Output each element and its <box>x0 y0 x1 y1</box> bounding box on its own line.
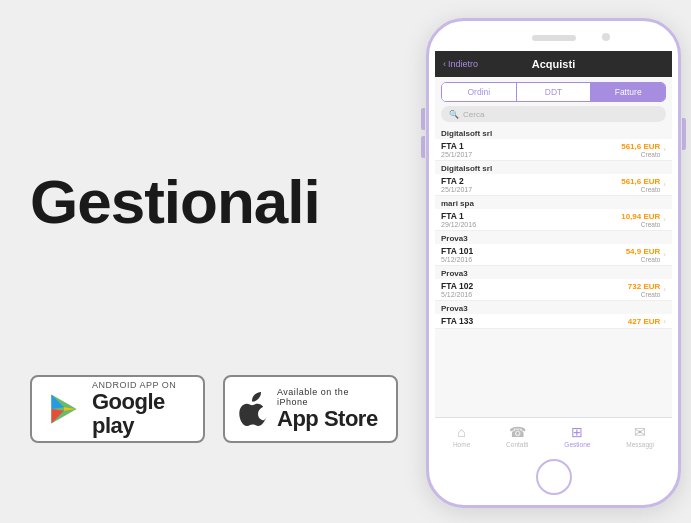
search-icon: 🔍 <box>449 110 459 119</box>
chevron-icon: › <box>663 250 666 259</box>
app-store-badge[interactable]: Available on the iPhone App Store <box>223 375 398 443</box>
chevron-icon: › <box>663 285 666 294</box>
phone-power-button <box>682 118 686 150</box>
phone-mockup: ‹ Indietro Acquisti Ordini DDT Fatture <box>426 18 681 508</box>
search-placeholder: Cerca <box>463 110 484 119</box>
list-item[interactable]: FTA 1 29/12/2016 10,94 EUR Creato › <box>435 209 672 231</box>
segment-ordini[interactable]: Ordini <box>442 83 517 101</box>
item-right-1: 561,6 EUR Creato › <box>621 141 666 158</box>
app-store-big-label: App Store <box>277 407 382 431</box>
contacts-icon: ☎ <box>509 424 526 440</box>
tab-home[interactable]: ⌂ Home <box>453 424 470 448</box>
item-right-6: 427 EUR › <box>628 316 666 326</box>
phone-home-button[interactable] <box>536 459 572 495</box>
segment-control: Ordini DDT Fatture <box>441 82 666 102</box>
app-store-text: Available on the iPhone App Store <box>277 387 382 431</box>
segment-fatture[interactable]: Fatture <box>591 83 665 101</box>
nav-back-button[interactable]: ‹ Indietro <box>443 59 478 69</box>
item-info-5: FTA 102 5/12/2016 <box>441 281 473 298</box>
apple-icon <box>239 392 267 426</box>
phone-body: ‹ Indietro Acquisti Ordini DDT Fatture <box>426 18 681 508</box>
google-play-text: ANDROID APP ON Google play <box>92 380 189 438</box>
back-chevron-icon: ‹ <box>443 59 446 69</box>
group-header-2: Digitalsoft srl <box>435 161 672 174</box>
google-play-big-label: Google play <box>92 390 189 438</box>
nav-bar: ‹ Indietro Acquisti <box>435 51 672 77</box>
tab-home-label: Home <box>453 441 470 448</box>
tab-gestione-label: Gestione <box>564 441 590 448</box>
list-item[interactable]: FTA 102 5/12/2016 732 EUR Creato › <box>435 279 672 301</box>
group-header-3: mari spa <box>435 196 672 209</box>
nav-title: Acquisti <box>532 58 575 70</box>
google-play-icon <box>46 391 82 427</box>
badges-row: ANDROID APP ON Google play Available on … <box>30 375 398 443</box>
group-header-4: Prova3 <box>435 231 672 244</box>
list-item[interactable]: FTA 133 427 EUR › <box>435 314 672 329</box>
item-right-2: 561,6 EUR Creato › <box>621 176 666 193</box>
item-info-1: FTA 1 25/1/2017 <box>441 141 472 158</box>
item-info-2: FTA 2 25/1/2017 <box>441 176 472 193</box>
list-item[interactable]: FTA 2 25/1/2017 561,6 EUR Creato › <box>435 174 672 196</box>
group-header-6: Prova3 <box>435 301 672 314</box>
tab-contatti-label: Contatti <box>506 441 528 448</box>
page-title: Gestionali <box>30 166 320 237</box>
group-header-5: Prova3 <box>435 266 672 279</box>
google-play-badge[interactable]: ANDROID APP ON Google play <box>30 375 205 443</box>
list-item[interactable]: FTA 101 5/12/2016 54,9 EUR Creato › <box>435 244 672 266</box>
tab-gestione[interactable]: ⊞ Gestione <box>564 424 590 448</box>
left-section: Gestionali ANDROID APP ON Google play <box>0 0 420 523</box>
group-header-1: Digitalsoft srl <box>435 126 672 139</box>
chevron-icon: › <box>663 215 666 224</box>
phone-vol-up-button <box>421 108 425 130</box>
phone-vol-down-button <box>421 136 425 158</box>
search-bar[interactable]: 🔍 Cerca <box>441 106 666 122</box>
chevron-icon: › <box>663 145 666 154</box>
phone-screen: ‹ Indietro Acquisti Ordini DDT Fatture <box>435 51 672 453</box>
gestione-icon: ⊞ <box>571 424 583 440</box>
item-right-3: 10,94 EUR Creato › <box>621 211 666 228</box>
messages-icon: ✉ <box>634 424 646 440</box>
item-info-4: FTA 101 5/12/2016 <box>441 246 473 263</box>
tab-messaggi-label: Messaggi <box>626 441 654 448</box>
item-right-5: 732 EUR Creato › <box>628 281 666 298</box>
chevron-icon: › <box>663 180 666 189</box>
segment-ddt[interactable]: DDT <box>517 83 592 101</box>
tab-contatti[interactable]: ☎ Contatti <box>506 424 528 448</box>
phone-camera <box>602 33 610 41</box>
tab-messaggi[interactable]: ✉ Messaggi <box>626 424 654 448</box>
item-right-4: 54,9 EUR Creato › <box>626 246 666 263</box>
item-info-6: FTA 133 <box>441 316 473 326</box>
app-store-small-label: Available on the iPhone <box>277 387 382 407</box>
chevron-icon: › <box>663 317 666 326</box>
list-item[interactable]: FTA 1 25/1/2017 561,6 EUR Creato › <box>435 139 672 161</box>
phone-speaker <box>532 35 576 41</box>
item-info-3: FTA 1 29/12/2016 <box>441 211 476 228</box>
home-icon: ⌂ <box>457 424 465 440</box>
tab-bar: ⌂ Home ☎ Contatti ⊞ Gestione ✉ Messaggi <box>435 417 672 453</box>
back-label: Indietro <box>448 59 478 69</box>
invoices-list: Digitalsoft srl FTA 1 25/1/2017 561,6 EU… <box>435 126 672 329</box>
